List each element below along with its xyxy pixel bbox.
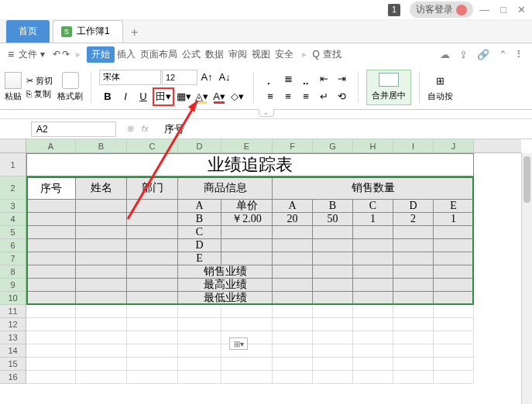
cell-e4[interactable]: ￥2.00 — [221, 213, 273, 226]
tab-workbook[interactable]: S 工作簿1 — [53, 20, 123, 43]
cancel-formula-icon[interactable]: ⊗ — [127, 124, 134, 134]
autofit-label[interactable]: 自动按 — [427, 91, 453, 102]
row-header-7[interactable]: 7 — [0, 252, 26, 265]
cell-j6[interactable] — [434, 239, 474, 252]
row-header-3[interactable]: 3 — [0, 200, 26, 213]
cell-a7[interactable] — [26, 252, 76, 265]
row-header-12[interactable]: 12 — [0, 318, 26, 331]
cell-f10[interactable] — [273, 292, 313, 305]
cell-i10[interactable] — [393, 292, 434, 305]
col-header-b[interactable]: B — [76, 139, 127, 152]
cell-a2[interactable]: 序号 — [26, 176, 76, 200]
cell-e5[interactable] — [221, 226, 273, 239]
cell-d6[interactable]: D — [178, 239, 221, 252]
ribbon-tab-data[interactable]: 数据 — [203, 46, 226, 63]
align-top-icon[interactable]: ⡀ — [262, 70, 279, 87]
file-menu[interactable]: 文件 ▾ — [19, 48, 44, 61]
row-header-10[interactable]: 10 — [0, 292, 26, 305]
close-icon[interactable]: ✕ — [517, 4, 526, 15]
row-header-14[interactable]: 14 — [0, 344, 26, 358]
scrollbar-thumb[interactable] — [523, 156, 530, 203]
autofit-icon[interactable]: ⊞ — [432, 72, 449, 89]
orientation-icon[interactable]: ⟲ — [333, 87, 350, 104]
ribbon-tab-review[interactable]: 审阅 — [226, 46, 249, 63]
row-header-15[interactable]: 15 — [0, 358, 26, 371]
cell-b5[interactable] — [76, 226, 127, 239]
cell-a11[interactable] — [26, 305, 76, 318]
col-header-j[interactable]: J — [434, 139, 474, 152]
align-center-icon[interactable]: ≡ — [280, 87, 297, 104]
cell-i8[interactable] — [393, 265, 434, 279]
cell-f4[interactable]: 20 — [273, 213, 313, 226]
cell-j5[interactable] — [434, 226, 474, 239]
align-bottom-icon[interactable]: ⣀ — [297, 70, 314, 87]
cell-d9[interactable]: 最高业绩 — [178, 279, 273, 292]
increase-font-icon[interactable]: A↑ — [198, 69, 215, 86]
cell-h8[interactable] — [353, 265, 393, 279]
cell-g4[interactable]: 50 — [313, 213, 353, 226]
cell-i5[interactable] — [393, 226, 434, 239]
cell-b6[interactable] — [76, 239, 127, 252]
guest-login-button[interactable]: 访客登录 — [410, 2, 473, 18]
cell-c2[interactable]: 部门 — [127, 176, 178, 200]
fill-pattern-icon[interactable]: ▦▾ — [175, 88, 192, 105]
cell-g7[interactable] — [313, 252, 353, 265]
cell-a4[interactable] — [26, 213, 76, 226]
ribbon-tab-security[interactable]: 安全 — [273, 46, 296, 63]
cell-d3[interactable]: A — [178, 200, 221, 213]
align-middle-icon[interactable]: ≣ — [280, 70, 297, 87]
cell-b3[interactable] — [76, 200, 127, 213]
cell-b7[interactable] — [76, 252, 127, 265]
cell-c6[interactable] — [127, 239, 178, 252]
cell-g3[interactable]: B — [313, 200, 353, 213]
ribbon-tab-insert[interactable]: 插入 — [115, 46, 138, 63]
font-name-select[interactable] — [99, 70, 161, 85]
cell-g10[interactable] — [313, 292, 353, 305]
cell-i6[interactable] — [393, 239, 434, 252]
cell-h5[interactable] — [353, 226, 393, 239]
cell-a5[interactable] — [26, 226, 76, 239]
cell-i4[interactable]: 2 — [393, 213, 434, 226]
cell-c8[interactable] — [127, 265, 178, 279]
collapse-ribbon-icon[interactable]: ⌃ — [499, 49, 507, 60]
cut-button[interactable]: ✂剪切 — [26, 75, 53, 87]
row-header-2[interactable]: 2 — [0, 176, 26, 200]
row-header-13[interactable]: 13 — [0, 331, 26, 344]
cell-a6[interactable] — [26, 239, 76, 252]
cell-sales-qty[interactable]: 销售数量 — [273, 176, 474, 200]
cell-i3[interactable]: D — [393, 200, 434, 213]
col-header-g[interactable]: G — [313, 139, 353, 152]
cell-c10[interactable] — [127, 292, 178, 305]
row-header-9[interactable]: 9 — [0, 279, 26, 292]
hamburger-icon[interactable]: ≡ — [8, 48, 14, 60]
merge-center-button[interactable]: 合并居中 — [366, 70, 411, 105]
cell-b2[interactable]: 姓名 — [76, 176, 127, 200]
select-all-corner[interactable] — [0, 139, 26, 153]
cell-c7[interactable] — [127, 252, 178, 265]
cell-g9[interactable] — [313, 279, 353, 292]
row-header-4[interactable]: 4 — [0, 213, 26, 226]
cell-j8[interactable] — [434, 265, 474, 279]
fill-color-icon[interactable]: ◬▾ — [193, 88, 210, 105]
cell-f8[interactable] — [273, 265, 313, 279]
more-icon[interactable]: ⠇ — [517, 49, 524, 60]
search-button[interactable]: Q 查找 — [313, 48, 342, 61]
fx-icon[interactable]: fx — [142, 124, 149, 134]
cell-c9[interactable] — [127, 279, 178, 292]
cell-d7[interactable]: E — [178, 252, 221, 265]
cell-h7[interactable] — [353, 252, 393, 265]
col-header-d[interactable]: D — [178, 139, 221, 152]
vertical-scrollbar[interactable] — [521, 153, 532, 404]
cell-h6[interactable] — [353, 239, 393, 252]
cell-c5[interactable] — [127, 226, 178, 239]
cell-c3[interactable] — [127, 200, 178, 213]
wrap-text-icon[interactable]: ↵ — [315, 87, 332, 104]
cell-h9[interactable] — [353, 279, 393, 292]
col-header-e[interactable]: E — [221, 139, 273, 152]
cell-g6[interactable] — [313, 239, 353, 252]
cell-d8[interactable]: 销售业绩 — [178, 265, 273, 279]
cell-a8[interactable] — [26, 265, 76, 279]
row-header-1[interactable]: 1 — [0, 153, 26, 176]
share-icon[interactable]: ⇪ — [459, 49, 468, 60]
cell-f3[interactable]: A — [273, 200, 313, 213]
